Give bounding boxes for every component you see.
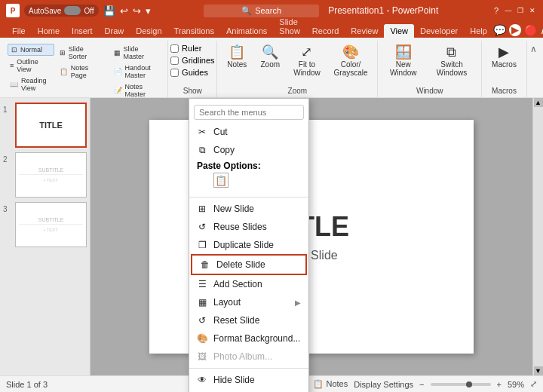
macros-icon: ▶ (499, 45, 509, 59)
ctx-format-bg[interactable]: 🎨 Format Background... (189, 329, 308, 348)
undo-icon[interactable]: ↩ (120, 5, 128, 17)
main-area: 1 TITLE 2 SUBTITLE • TEXT 3 SUBTITLE • T… (0, 98, 543, 375)
help-icon[interactable]: ? (492, 6, 501, 15)
present-icon[interactable]: ▶ (509, 24, 521, 36)
guides-checkbox[interactable]: Guides (170, 68, 208, 77)
ruler-checkbox[interactable]: Ruler (170, 44, 201, 53)
ribbon-tabs: File Home Insert Draw Design Transitions… (0, 21, 543, 38)
ctx-layout[interactable]: ▦ Layout ▶ (189, 293, 308, 311)
color-grayscale-button[interactable]: 🎨 Color/ Grayscale (329, 44, 373, 78)
close-button[interactable]: ✕ (528, 6, 537, 15)
scroll-down-btn[interactable]: ▼ (534, 366, 543, 375)
slide-master-icon: ▦ (114, 49, 121, 57)
tab-insert[interactable]: Insert (66, 24, 99, 38)
new-window-button[interactable]: 🪟 New Window (382, 44, 424, 78)
minimize-button[interactable]: — (504, 6, 513, 15)
right-scrollbar[interactable]: ▲ ▼ (532, 98, 543, 375)
slide-image-2[interactable]: SUBTITLE • TEXT (15, 152, 87, 198)
tab-developer[interactable]: Developer (414, 24, 464, 38)
gridlines-checkbox[interactable]: Gridlines (170, 56, 214, 65)
save-icon[interactable]: 💾 (103, 5, 115, 17)
presentation-views-items: ⊡ Normal ≡ Outline View 📖 Reading View ⊞… (8, 41, 163, 101)
slide-master-button[interactable]: ▦ Slide Master (112, 44, 164, 62)
ctx-reuse-slides[interactable]: ↺ Reuse Slides (189, 218, 308, 236)
context-menu: ✂ Cut ⧉ Copy Paste Options: 📋 ⊞ New Slid… (189, 98, 309, 392)
ctx-hide-slide[interactable]: 👁 Hide Slide (189, 371, 308, 389)
more-icon[interactable]: ▾ (146, 5, 151, 17)
slide-thumb-3[interactable]: 3 SUBTITLE • TEXT (3, 202, 87, 247)
slide-image-3[interactable]: SUBTITLE • TEXT (15, 202, 87, 247)
view-slide-sorter-button[interactable]: ⊞ Slide Sorter (57, 44, 99, 62)
tab-view[interactable]: View (384, 24, 414, 38)
restore-button[interactable]: ❐ (516, 6, 525, 15)
tab-review[interactable]: Review (345, 24, 384, 38)
scroll-up-btn[interactable]: ▲ (534, 98, 543, 107)
zoom-out-icon[interactable]: − (419, 380, 424, 389)
slide-thumb-2[interactable]: 2 SUBTITLE • TEXT (3, 152, 87, 198)
display-settings-button[interactable]: Display Settings (354, 380, 413, 389)
tab-draw[interactable]: Draw (99, 24, 130, 38)
slide-image-1[interactable]: TITLE (15, 103, 87, 148)
slide-num-3: 3 (3, 205, 12, 213)
collapse-ribbon-icon[interactable]: ∧ (540, 24, 543, 36)
color-icon: 🎨 (342, 45, 359, 59)
ribbon-collapse[interactable]: ∧ (527, 41, 540, 97)
ctx-new-slide[interactable]: ⊞ New Slide (189, 200, 308, 218)
fit-window-icon: ⤢ (301, 45, 312, 59)
view-normal-button[interactable]: ⊡ Normal (8, 44, 54, 56)
window-items: 🪟 New Window ⧉ Switch Windows (382, 41, 477, 87)
ctx-add-section[interactable]: ☰ Add Section (189, 275, 308, 293)
zoom-label: Zoom (288, 87, 308, 97)
slide-num-1: 1 (3, 106, 12, 114)
photo-album-icon: 🖼 (197, 351, 207, 362)
zoom-in-icon[interactable]: + (497, 380, 502, 389)
ctx-duplicate-slide[interactable]: ❐ Duplicate Slide (189, 236, 308, 254)
tab-transitions[interactable]: Transitions (168, 24, 220, 38)
zoom-slider[interactable] (431, 383, 491, 386)
display-settings-label: Display Settings (354, 380, 413, 389)
macros-items: ▶ Macros (489, 41, 520, 87)
switch-windows-button[interactable]: ⧉ Switch Windows (427, 44, 477, 78)
tab-record[interactable]: Record (306, 24, 345, 38)
autosave-toggle[interactable]: AutoSave Off (24, 5, 99, 17)
view-outline-button[interactable]: ≡ Outline View (8, 57, 54, 75)
duplicate-icon: ❐ (197, 240, 207, 250)
share-icon[interactable]: 🔴 (524, 24, 537, 36)
notes-button[interactable]: 📋 Notes (222, 44, 252, 70)
tab-help[interactable]: Help (464, 24, 493, 38)
autosave-state: Off (84, 7, 94, 15)
ribbon-group-show: Ruler Gridlines Guides Show (168, 41, 217, 97)
ctx-reset-slide[interactable]: ↺ Reset Slide (189, 311, 308, 329)
notes-master-button[interactable]: 📝 Notes Master (112, 81, 164, 100)
ribbon-group-window: 🪟 New Window ⧉ Switch Windows Window (378, 41, 482, 97)
ribbon: ⊡ Normal ≡ Outline View 📖 Reading View ⊞… (0, 38, 543, 98)
add-section-icon: ☰ (197, 279, 207, 289)
slide-num-2: 2 (3, 155, 12, 164)
view-notes-page-button[interactable]: 📋 Notes Page (57, 63, 99, 81)
context-menu-search[interactable] (194, 105, 304, 120)
tab-home[interactable]: Home (32, 24, 66, 38)
tab-animations[interactable]: Animations (220, 24, 273, 38)
ctx-copy[interactable]: ⧉ Copy (189, 141, 308, 159)
tab-design[interactable]: Design (130, 24, 167, 38)
tab-slideshow[interactable]: Slide Show (273, 15, 306, 38)
ctx-link-to-slide[interactable]: 🔗 Link to this Slide (189, 389, 308, 392)
ctx-delete-slide[interactable]: 🗑 Delete Slide (191, 254, 307, 275)
comment-icon[interactable]: 💬 (493, 24, 506, 36)
zoom-button[interactable]: 🔍 Zoom (255, 44, 285, 70)
macros-button[interactable]: ▶ Macros (489, 44, 520, 70)
fit-to-window-button[interactable]: ⤢ Fit to Window (288, 44, 325, 78)
zoom-level: 59% (508, 380, 524, 389)
paste-icon-button[interactable]: 📋 (213, 173, 229, 188)
window-controls: ? — ❐ ✕ (492, 6, 537, 15)
ctx-cut[interactable]: ✂ Cut (189, 123, 308, 141)
fit-zoom-icon[interactable]: ⤢ (530, 379, 537, 389)
handout-master-button[interactable]: 📄 Handout Master (112, 63, 164, 81)
view-reading-button[interactable]: 📖 Reading View (8, 75, 54, 93)
delete-slide-icon: 🗑 (200, 259, 210, 270)
tab-file[interactable]: File (6, 24, 32, 38)
autosave-toggle-switch[interactable] (64, 6, 81, 15)
slide-thumb-1[interactable]: 1 TITLE (3, 103, 87, 148)
redo-icon[interactable]: ↪ (133, 5, 141, 17)
notes-button-status[interactable]: 📋 Notes (313, 379, 348, 389)
